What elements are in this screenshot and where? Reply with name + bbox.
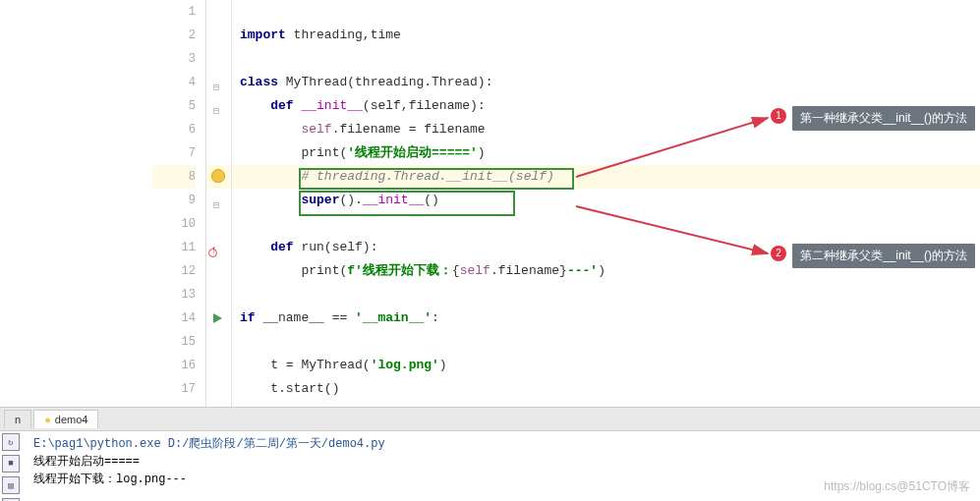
override-icon[interactable] bbox=[210, 239, 220, 254]
console-tab-bar: n ●demo4 bbox=[0, 408, 980, 431]
gutter-slot bbox=[206, 212, 231, 236]
keyword: def bbox=[270, 240, 293, 254]
code-text: __name__ bbox=[256, 310, 332, 325]
code-line[interactable] bbox=[232, 330, 980, 354]
string: 线程开始下载： bbox=[363, 263, 452, 278]
builtin: print bbox=[301, 263, 339, 278]
line-number: 10 bbox=[152, 212, 196, 236]
line-number: 7 bbox=[152, 141, 196, 165]
code-text: threading,time bbox=[286, 28, 401, 42]
code-line[interactable]: import threading,time bbox=[232, 24, 980, 47]
line-number: 3 bbox=[152, 47, 196, 71]
code-text: ) bbox=[439, 358, 447, 372]
builtin: print bbox=[301, 145, 339, 160]
stop-icon[interactable]: ■ bbox=[2, 455, 20, 473]
gutter-slot bbox=[206, 0, 231, 24]
line-number: 5 bbox=[152, 94, 196, 118]
gutter-slot[interactable] bbox=[206, 165, 231, 189]
gutter-slot[interactable]: ⊟ bbox=[206, 189, 231, 212]
gutter-slot bbox=[206, 24, 231, 47]
gutter-slot bbox=[206, 47, 231, 71]
line-number: 8 bbox=[152, 165, 196, 189]
callout-badge-1: 1 bbox=[771, 108, 786, 124]
line-number: 4 bbox=[152, 71, 196, 94]
brace: } bbox=[559, 263, 567, 278]
string: '线程开始启动=====' bbox=[347, 145, 478, 160]
python-icon: ● bbox=[44, 414, 51, 425]
line-number: 12 bbox=[152, 259, 196, 283]
code-line-active[interactable]: # threading.Thread.__init__(self) bbox=[232, 165, 980, 189]
code-line[interactable] bbox=[232, 47, 980, 71]
callout-badge-2: 2 bbox=[771, 246, 786, 261]
line-number: 9 bbox=[152, 189, 196, 212]
tab-n[interactable]: n bbox=[4, 410, 31, 428]
gutter-slot bbox=[206, 141, 231, 165]
layout-icon[interactable]: ▤ bbox=[2, 476, 20, 494]
code-line[interactable]: if __name__ == '__main__': bbox=[232, 306, 980, 330]
editor-pane: 1 2 3 4 5 6 7 8 9 10 11 12 13 14 15 16 1… bbox=[0, 0, 980, 408]
op: == bbox=[332, 310, 348, 325]
tab-label: demo4 bbox=[55, 414, 88, 425]
gutter-slot bbox=[206, 354, 231, 377]
code-line[interactable] bbox=[232, 212, 980, 236]
run-icon[interactable] bbox=[213, 313, 222, 323]
tab-label: n bbox=[15, 414, 21, 425]
code-text: t = MyThread( bbox=[270, 358, 370, 372]
callout-text: 第二种继承父类__init__()的方法 bbox=[800, 249, 967, 262]
dunder: __init__ bbox=[363, 193, 424, 207]
gutter-slot[interactable]: ⊟ bbox=[206, 94, 231, 118]
string: 'log.png' bbox=[371, 358, 439, 372]
code-line[interactable] bbox=[232, 283, 980, 306]
code-text: (self,filename): bbox=[363, 98, 486, 113]
code-line[interactable]: super().__init__() bbox=[232, 189, 980, 212]
line-number: 11 bbox=[152, 236, 196, 259]
tab-demo4[interactable]: ●demo4 bbox=[33, 410, 98, 428]
callout-1: 1 第一种继承父类__init__()的方法 bbox=[792, 106, 975, 131]
line-number-gutter: 1 2 3 4 5 6 7 8 9 10 11 12 13 14 15 16 1… bbox=[152, 0, 206, 407]
console-command: E:\pag1\python.exe D:/爬虫阶段/第二周/第一天/demo4… bbox=[33, 435, 972, 453]
line-number: 15 bbox=[152, 330, 196, 354]
gutter-slot bbox=[206, 330, 231, 354]
console-toolbar: ↻ ■ ▤ 🖶 bbox=[0, 431, 24, 501]
gutter-icons: ⊟ ⊟ ⊟ bbox=[206, 0, 232, 407]
string: ---' bbox=[567, 263, 598, 278]
self-kw: self bbox=[460, 263, 490, 278]
code-text: .filename = filename bbox=[332, 122, 486, 137]
keyword: import bbox=[240, 28, 286, 42]
console-line: 线程开始启动===== bbox=[33, 453, 972, 471]
lightbulb-icon[interactable] bbox=[211, 169, 225, 183]
gutter-slot bbox=[206, 377, 231, 401]
callout-2: 2 第二种继承父类__init__()的方法 bbox=[792, 244, 975, 268]
dunder: __init__ bbox=[301, 98, 362, 113]
colon: : bbox=[432, 310, 439, 325]
line-number: 13 bbox=[152, 283, 196, 306]
builtin: super bbox=[301, 193, 339, 207]
gutter-slot[interactable]: ⊟ bbox=[206, 71, 231, 94]
line-number: 14 bbox=[152, 306, 196, 330]
callout-text: 第一种继承父类__init__()的方法 bbox=[800, 111, 967, 125]
line-number: 17 bbox=[152, 377, 196, 401]
gutter-slot bbox=[206, 259, 231, 283]
line-number: 2 bbox=[152, 24, 196, 47]
comment: # threading.Thread.__init__(self) bbox=[301, 169, 553, 184]
code-text: (self): bbox=[324, 240, 378, 254]
keyword: if bbox=[240, 310, 256, 325]
code-line[interactable]: t.start() bbox=[232, 377, 980, 401]
line-number: 1 bbox=[152, 0, 196, 24]
rerun-icon[interactable]: ↻ bbox=[2, 433, 20, 451]
code-line[interactable]: class MyThread(threading.Thread): bbox=[232, 71, 980, 94]
self-kw: self bbox=[301, 122, 331, 137]
gutter-slot[interactable] bbox=[206, 306, 231, 330]
gutter-slot bbox=[206, 283, 231, 306]
code-line[interactable]: t = MyThread('log.png') bbox=[232, 354, 980, 377]
code-line[interactable]: print('线程开始启动=====') bbox=[232, 141, 980, 165]
brace: { bbox=[452, 263, 460, 278]
string: '__main__' bbox=[347, 310, 432, 325]
keyword: def bbox=[270, 98, 293, 113]
code-text: run bbox=[294, 240, 324, 254]
fstring-prefix: f' bbox=[347, 263, 363, 278]
gutter-slot[interactable] bbox=[206, 236, 231, 259]
code-area[interactable]: import threading,time class MyThread(thr… bbox=[232, 0, 980, 407]
gutter-slot bbox=[206, 118, 231, 141]
code-line[interactable] bbox=[232, 0, 980, 24]
